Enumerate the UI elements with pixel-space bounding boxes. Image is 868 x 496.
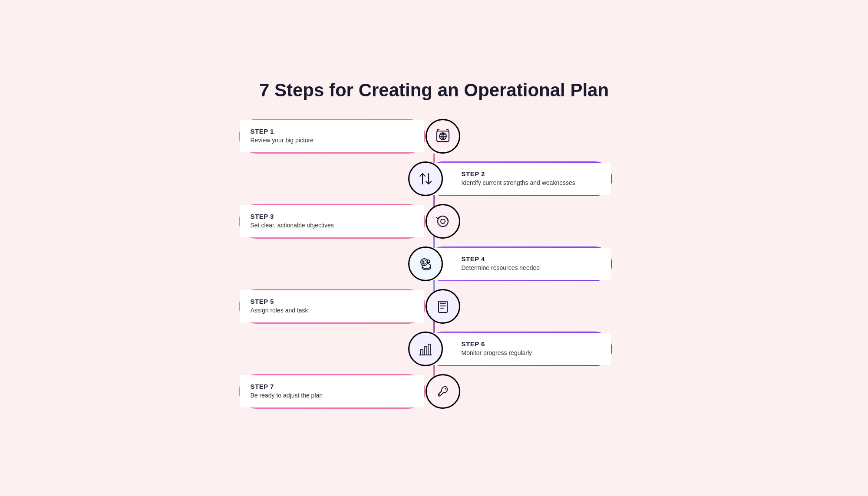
step-3-icon (426, 204, 460, 239)
step-1-desc: Review your big picture (251, 136, 389, 145)
step-5-pill: STEP 5 Assign roles and task (239, 289, 426, 324)
step-2-pill: STEP 2 Identify current strengths and we… (426, 161, 612, 196)
step-3-inner: STEP 3 Set clear, actionable objectives (240, 205, 424, 237)
step-4-pill: STEP 4 Determine resources needed (426, 246, 612, 281)
page-title: 7 Steps for Creating an Operational Plan (239, 79, 630, 101)
svg-point-3 (441, 219, 445, 223)
step-5-label: STEP 5 (251, 298, 389, 305)
step-5-pill-wrapper: STEP 5 Assign roles and task TO DO (239, 289, 443, 324)
step-2-pill-wrapper: STEP 2 Identify current strengths and we… (426, 161, 630, 196)
step-4-inner: STEP 4 Determine resources needed (427, 248, 611, 280)
step-row-6: STEP 6 Monitor progress regularly (239, 332, 630, 366)
step-6-pill-wrapper: STEP 6 Monitor progress regularly (426, 332, 630, 366)
step-6-label: STEP 6 (462, 340, 601, 348)
svg-rect-14 (424, 347, 427, 355)
step-1-pill: STEP 1 Review your big picture (239, 119, 426, 154)
step-4-desc: Determine resources needed (462, 264, 601, 273)
step-row-3: STEP 3 Set clear, actionable objectives (239, 204, 630, 239)
step-1-inner: STEP 1 Review your big picture (240, 120, 424, 152)
step-row-7: STEP 7 Be ready to adjust the plan (239, 374, 630, 409)
svg-rect-13 (420, 350, 423, 355)
step-7-label: STEP 7 (251, 383, 389, 390)
step-row-2: STEP 2 Identify current strengths and we… (239, 161, 630, 196)
step-7-pill: STEP 7 Be ready to adjust the plan (239, 374, 426, 409)
step-4-label: STEP 4 (462, 255, 601, 263)
step-1-label: STEP 1 (251, 128, 389, 135)
step-row-4: $ STEP 4 Determine resources needed (239, 246, 630, 281)
step-7-inner: STEP 7 Be ready to adjust the plan (240, 375, 424, 407)
step-6-inner: STEP 6 Monitor progress regularly (427, 333, 611, 365)
step-1-pill-wrapper: STEP 1 Review your big picture (239, 119, 443, 154)
step-6-icon (408, 332, 443, 366)
step-2-desc: Identify current strengths and weaknesse… (462, 179, 601, 187)
step-3-pill-wrapper: STEP 3 Set clear, actionable objectives (239, 204, 443, 239)
svg-rect-15 (428, 344, 431, 355)
main-container: 7 Steps for Creating an Operational Plan… (239, 79, 630, 416)
svg-text:TO DO: TO DO (439, 300, 446, 303)
step-4-icon: $ (408, 246, 443, 281)
step-5-icon: TO DO (426, 289, 460, 324)
step-2-icon (408, 161, 443, 196)
step-1-icon (426, 119, 460, 154)
steps-wrapper: STEP 1 Review your big picture (239, 119, 630, 417)
step-2-inner: STEP 2 Identify current strengths and we… (427, 163, 611, 195)
step-3-desc: Set clear, actionable objectives (251, 221, 389, 230)
step-5-inner: STEP 5 Assign roles and task (240, 290, 424, 322)
step-row-1: STEP 1 Review your big picture (239, 119, 630, 154)
step-2-label: STEP 2 (462, 170, 601, 177)
step-3-label: STEP 3 (251, 213, 389, 220)
svg-point-17 (439, 394, 440, 395)
step-4-pill-wrapper: $ STEP 4 Determine resources needed (426, 246, 630, 281)
step-6-pill: STEP 6 Monitor progress regularly (426, 332, 612, 366)
step-3-pill: STEP 3 Set clear, actionable objectives (239, 204, 426, 239)
step-7-pill-wrapper: STEP 7 Be ready to adjust the plan (239, 374, 443, 409)
step-7-desc: Be ready to adjust the plan (251, 391, 389, 400)
step-6-desc: Monitor progress regularly (462, 349, 601, 358)
step-5-desc: Assign roles and task (251, 306, 389, 315)
step-7-icon (426, 374, 460, 409)
step-row-5: STEP 5 Assign roles and task TO DO (239, 289, 630, 324)
